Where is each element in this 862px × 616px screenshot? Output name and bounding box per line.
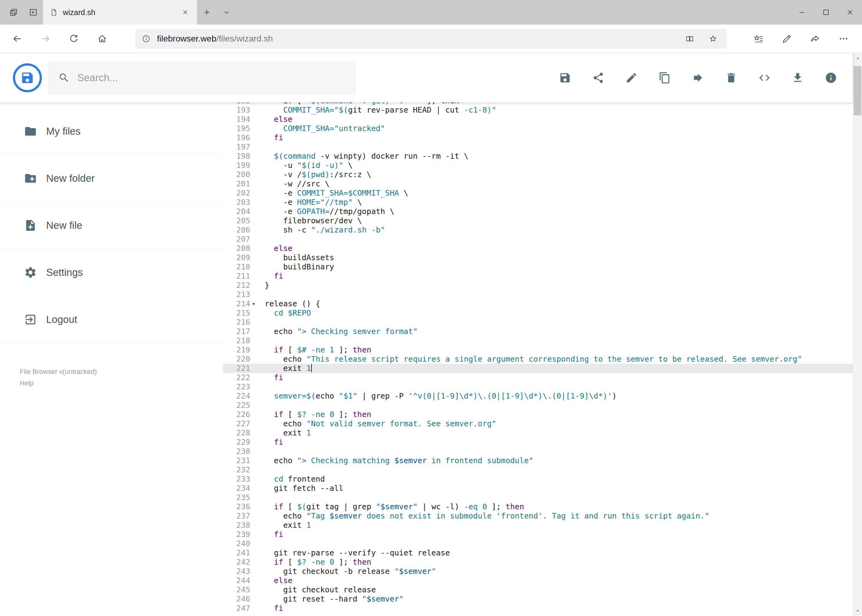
code-line[interactable]: 234 git fetch --all [223,484,853,493]
scrollbar-track[interactable] [853,64,862,605]
download-button[interactable] [786,66,809,89]
code-line[interactable]: 205 filebrowser/dev \ [223,216,853,225]
code-editor[interactable]: 192 if [ "$(command -v git)" != "" ]; th… [223,102,853,616]
code-line[interactable]: 215 cd $REPO [223,308,853,318]
scroll-up-icon[interactable] [853,53,862,64]
code-line[interactable]: 193 COMMIT_SHA="$(git rev-parse HEAD | c… [223,105,853,115]
code-line[interactable]: 195 COMMIT_SHA="untracked" [223,124,853,133]
code-line[interactable]: 212} [223,281,853,290]
code-line[interactable]: 245 git checkout release [223,585,853,594]
code-line[interactable]: 240 [223,539,853,548]
code-button[interactable] [753,66,776,89]
code-line[interactable]: 244 else [223,576,853,585]
info-button[interactable] [819,66,842,89]
edit-button[interactable] [620,66,643,89]
code-line[interactable]: 200 -v /$(pwd):/src:z \ [223,170,853,179]
refresh-icon[interactable] [60,26,88,52]
page-info-icon[interactable] [142,34,151,43]
tab-list-chevron-icon[interactable] [217,0,236,25]
code-line[interactable]: 213 [223,290,853,299]
code-line[interactable]: 196 fi [223,133,853,142]
share-button[interactable] [587,66,610,89]
sidebar-item-new-folder[interactable]: New folder [0,155,223,202]
favorite-star-icon[interactable] [704,30,722,47]
code-line[interactable]: 210 buildBinary [223,262,853,272]
help-link[interactable]: Help [20,377,33,389]
filebrowser-logo[interactable] [13,63,42,92]
tab-close-icon[interactable] [178,6,192,19]
code-line[interactable]: 203 -e HOME="//tmp" \ [223,198,853,207]
code-line[interactable]: 217 echo "> Checking semver format" [223,327,853,336]
browser-tab[interactable]: wizard.sh [43,0,197,25]
code-line[interactable]: 209 buildAssets [223,253,853,262]
code-line[interactable]: 222 fi [223,373,853,382]
new-tab-button[interactable] [197,0,217,25]
code-line[interactable]: 199 -u "$(id -u)" \ [223,161,853,170]
code-line[interactable]: 221 exit 1 [223,364,853,373]
code-line[interactable]: 227 echo "Not valid semver format. See s… [223,419,853,428]
fold-arrow-icon[interactable]: ▾ [252,299,255,308]
web-note-pen-icon[interactable] [773,26,801,52]
scrollbar-thumb[interactable] [854,66,861,115]
scrollbar[interactable] [853,53,862,616]
share-page-icon[interactable] [801,26,829,52]
maximize-button[interactable] [814,0,838,25]
code-line[interactable]: 204 -e GOPATH=//tmp/gopath \ [223,207,853,216]
search-box[interactable] [49,61,355,94]
code-line[interactable]: 208 else [223,244,853,253]
sidebar-item-my-files[interactable]: My files [0,108,223,155]
save-button[interactable] [554,66,577,89]
code-line[interactable]: 246 git reset --hard "$semver" [223,594,853,604]
code-line[interactable]: 231 echo "> Checking matching $semver in… [223,456,853,465]
code-line[interactable]: 197 [223,142,853,152]
reading-view-icon[interactable] [681,30,698,47]
code-line[interactable]: 211 fi [223,272,853,281]
code-line[interactable]: 202 -e COMMIT_SHA=$COMMIT_SHA \ [223,189,853,198]
code-line[interactable]: 239 fi [223,530,853,539]
code-line[interactable]: 228 exit 1 [223,428,853,438]
code-line[interactable]: 225 [223,401,853,410]
close-button[interactable] [838,0,862,25]
hub-favorites-icon[interactable] [744,26,773,52]
code-line[interactable]: 207 [223,235,853,244]
code-line[interactable]: 243 git checkout -b release "$semver" [223,567,853,576]
code-line[interactable]: 224 semver=$(echo "$1" | grep -P '^v(0|[… [223,391,853,401]
code-line[interactable]: 233 cd frontend [223,475,853,484]
code-line[interactable]: 232 [223,465,853,475]
code-line[interactable]: 247 fi [223,604,853,613]
code-line[interactable]: 241 git rev-parse --verify --quiet relea… [223,548,853,558]
more-options-icon[interactable] [829,26,858,52]
copy-button[interactable] [653,66,676,89]
code-line[interactable]: 226 if [ $? -ne 0 ]; then [223,410,853,419]
forward-icon[interactable] [32,26,60,52]
code-line[interactable]: 198 $(command -v winpty) docker run --rm… [223,152,853,161]
code-line[interactable]: 192 if [ "$(command -v git)" != "" ]; th… [223,102,853,105]
code-line[interactable]: 223 [223,382,853,391]
sidebar-item-settings[interactable]: Settings [0,249,223,296]
code-line[interactable]: 230 [223,447,853,456]
sidebar-item-logout[interactable]: Logout [0,296,223,343]
code-line[interactable]: 235 [223,493,853,502]
code-line[interactable]: 216 [223,318,853,327]
minimize-button[interactable] [790,0,814,25]
code-line[interactable]: 242 if [ $? -ne 0 ]; then [223,558,853,567]
tabs-aside-icon[interactable] [4,0,24,25]
code-line[interactable]: 194 else [223,115,853,124]
code-line[interactable]: 229 fi [223,438,853,447]
back-icon[interactable] [3,26,32,52]
code-line[interactable]: 238 exit 1 [223,521,853,530]
search-input[interactable] [77,72,346,84]
address-bar[interactable]: filebrowser.web/files/wizard.sh [136,29,726,49]
scroll-down-icon[interactable] [853,605,862,616]
code-line[interactable]: 220 echo "This release script requires a… [223,355,853,364]
delete-button[interactable] [720,66,742,89]
code-line[interactable]: 236 if [ $(git tag | grep "$semver" | wc… [223,502,853,511]
home-icon[interactable] [88,26,116,52]
code-line[interactable]: 201 -w //src \ [223,179,853,189]
code-line[interactable]: 218 [223,336,853,346]
code-line[interactable]: 237 echo "Tag $semver does not exist in … [223,511,853,521]
code-line[interactable]: 206 sh -c "./wizard.sh -b" [223,225,853,235]
code-line[interactable]: 219 if [ $# -ne 1 ]; then [223,346,853,355]
move-button[interactable] [687,66,709,89]
code-line[interactable]: 214▾release () { [223,299,853,308]
